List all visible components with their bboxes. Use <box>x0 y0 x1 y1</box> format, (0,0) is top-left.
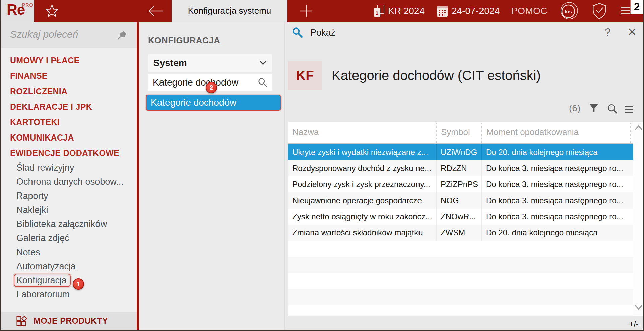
pin-icon[interactable] <box>117 30 127 41</box>
sidebar-subitem-biblioteka-zalacznikow[interactable]: Biblioteka załączników <box>1 217 137 231</box>
column-header-moment[interactable]: Moment opodatkowania <box>481 122 631 143</box>
company-period-icon: 1 <box>373 4 385 18</box>
cell-symbol: PZiZPnPS <box>436 176 481 192</box>
sidebar-subitem-galeria-zdjec[interactable]: Galeria zdjęć <box>1 231 137 245</box>
table-header: Nazwa Symbol Moment opodatkowania <box>288 122 633 144</box>
sidebar-item-rozliczenia[interactable]: ROZLICZENIA <box>1 84 137 99</box>
search-icon[interactable] <box>258 78 267 87</box>
show-label: Pokaż <box>310 27 335 38</box>
sidebar-subitem-laboratorium[interactable]: Laboratorium <box>1 287 137 301</box>
cell-nazwa: Rozdysponowany dochód z zysku ne... <box>288 160 436 176</box>
help-icon[interactable]: ? <box>605 26 611 38</box>
main-panel: Pokaż ? ✕ KF Kategorie dochodów (CIT est… <box>284 22 644 330</box>
date-label: 24-07-2024 <box>452 6 500 16</box>
column-header-symbol[interactable]: Symbol <box>436 122 481 143</box>
step-badge-1: 1 <box>73 278 84 290</box>
table-row-uziwndg[interactable]: Ukryte zyski i wydatki niezwiązane z...U… <box>288 144 633 160</box>
svg-text:1: 1 <box>376 10 378 16</box>
period-selector[interactable]: 1 KR 2024 <box>373 0 425 22</box>
sidebar-menu: UMOWY I PŁACEFINANSEROZLICZENIADEKLARACJ… <box>1 53 137 301</box>
new-tab-plus-icon[interactable] <box>298 0 315 22</box>
my-products-label: MOJE PRODUKTY <box>34 316 108 326</box>
table-row-pzizpnps[interactable]: Podzielony zysk i zysk przeznaczony...PZ… <box>288 176 633 192</box>
cell-symbol: ZWSM <box>436 225 481 241</box>
help-menu[interactable]: POMOC <box>511 0 548 22</box>
scroll-down-icon[interactable] <box>635 305 643 311</box>
app-logo-edition: PRO <box>22 2 33 8</box>
insert-logo-icon[interactable]: Ins <box>558 0 580 22</box>
cell-moment: Do końca 3. miesiąca następnego ro... <box>481 192 633 209</box>
cell-moment: Do 20. dnia kolejnego miesiąca <box>481 144 633 160</box>
table-row-znowr[interactable]: Zysk netto osiągnięty w roku zakończ...Z… <box>288 209 633 225</box>
cell-moment: Do końca 3. miesiąca następnego ro... <box>481 160 633 176</box>
command-search-placeholder: Szukaj poleceń <box>10 29 78 40</box>
sidebar-subitem-naklejki[interactable]: Naklejki <box>1 203 137 217</box>
app-logo[interactable]: Re PRO <box>1 0 34 22</box>
table-row-nog[interactable]: Nieujawnione operacje gospodarczeNOGDo k… <box>288 192 633 209</box>
config-result-item-kategorie-dochodow[interactable]: Kategorie dochodów <box>146 95 281 111</box>
sidebar-subitem-automatyzacja[interactable]: Automatyzacja <box>1 259 137 273</box>
command-search-input[interactable]: Szukaj poleceń <box>1 22 137 48</box>
tab-konfiguracja-systemu[interactable]: Konfiguracja systemu <box>172 0 287 22</box>
column-header-nazwa[interactable]: Nazwa <box>288 122 436 143</box>
sidebar-item-ewidencje-dodatkowe[interactable]: EWIDENCJE DODATKOWE <box>1 145 137 161</box>
sidebar-subitem-raporty[interactable]: Raporty <box>1 189 137 203</box>
close-icon[interactable]: ✕ <box>627 25 637 39</box>
app-window: Re PRO Konfiguracja systemu 1 KR 2024 <box>0 0 644 331</box>
chevron-down-icon <box>259 61 267 65</box>
cell-symbol: UZiWnDG <box>436 144 481 160</box>
calendar-icon <box>436 5 448 17</box>
favorites-star-icon[interactable] <box>44 0 60 22</box>
sidebar-item-umowy-i-place[interactable]: UMOWY I PŁACE <box>1 53 137 68</box>
cell-nazwa: Zysk netto osiągnięty w roku zakończ... <box>288 209 436 225</box>
cell-symbol: NOG <box>436 192 481 209</box>
cell-nazwa: Podzielony zysk i zysk przeznaczony... <box>288 176 436 192</box>
date-selector[interactable]: 24-07-2024 <box>436 0 500 22</box>
cell-nazwa: Ukryte zyski i wydatki niezwiązane z... <box>288 144 436 160</box>
config-search-input[interactable]: Kategorie dochodów 2 <box>148 74 272 91</box>
scroll-up-icon[interactable] <box>635 125 643 132</box>
config-search-value: Kategorie dochodów <box>153 77 238 88</box>
list-toolbar: (6) <box>285 101 630 116</box>
config-result-label: Kategorie dochodów <box>151 97 236 108</box>
sidebar: Szukaj poleceń UMOWY I PŁACEFINANSEROZLI… <box>1 22 137 330</box>
my-products-button[interactable]: MOJE PRODUKTY <box>1 312 137 330</box>
sidebar-subitem-notes[interactable]: Notes <box>1 245 137 259</box>
category-dropdown-value: System <box>153 58 187 68</box>
table-body: Ukryte zyski i wydatki niezwiązane z...U… <box>288 144 633 241</box>
cell-nazwa: Zmiana wartości składników majątku <box>288 225 436 241</box>
sidebar-item-finanse[interactable]: FINANSE <box>1 68 137 84</box>
show-search-icon <box>292 27 303 38</box>
cell-moment: Do 20. dnia kolejnego miesiąca <box>481 225 633 241</box>
table-row-zwsm[interactable]: Zmiana wartości składników majątkuZWSMDo… <box>288 225 633 241</box>
back-arrow-icon[interactable] <box>146 0 166 22</box>
list-search-icon[interactable] <box>607 104 617 115</box>
data-table: Nazwa Symbol Moment opodatkowania Ukryte… <box>288 122 633 316</box>
module-toolbar: Pokaż ? ✕ <box>285 22 644 45</box>
sidebar-item-kartoteki[interactable]: KARTOTEKI <box>1 114 137 130</box>
overlay-step-counter: 2 <box>630 0 643 14</box>
table-row-rdzzn[interactable]: Rozdysponowany dochód z zysku ne...RDzZN… <box>288 160 633 176</box>
category-dropdown[interactable]: System <box>148 54 272 72</box>
vertical-scrollbar[interactable] <box>633 122 644 316</box>
top-bar: Re PRO Konfiguracja systemu 1 KR 2024 <box>1 0 643 22</box>
panel-divider <box>137 22 139 330</box>
cell-symbol: ZNOwR... <box>436 209 481 225</box>
list-options-icon[interactable] <box>625 106 633 113</box>
security-shield-icon[interactable] <box>590 0 609 22</box>
module-tile: KF <box>288 61 322 90</box>
sidebar-subitem-ochrona-danych-osobow[interactable]: Ochrona danych osobow... <box>1 175 137 189</box>
sidebar-item-deklaracje-i-jpk[interactable]: DEKLARACJE I JPK <box>1 99 137 114</box>
sidebar-subitem-slad-rewizyjny[interactable]: Ślad rewizyjny <box>1 161 137 175</box>
record-count: (6) <box>569 103 580 114</box>
period-label: KR 2024 <box>388 6 425 16</box>
sidebar-subitem-konfiguracja[interactable]: Konfiguracja1 <box>1 273 137 287</box>
page-title: Kategorie dochodów (CIT estoński) <box>332 68 541 83</box>
tab-title: Konfiguracja systemu <box>188 6 271 16</box>
sidebar-item-komunikacja[interactable]: KOMUNIKACJA <box>1 130 137 145</box>
show-button[interactable]: Pokaż <box>292 27 335 38</box>
plus-minus-label[interactable]: +/- <box>629 320 638 329</box>
filter-funnel-icon[interactable] <box>589 104 598 114</box>
config-panel-title: KONFIGURACJA <box>148 35 220 46</box>
cell-moment: Do końca 3. miesiąca następnego ro... <box>481 209 633 225</box>
